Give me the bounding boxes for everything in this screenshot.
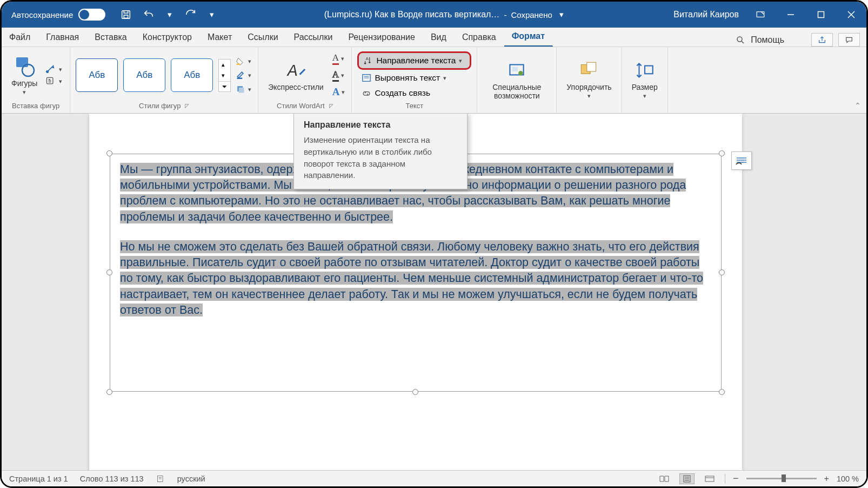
tab-file[interactable]: Файл: [2, 28, 38, 47]
group-wordart-label: Стили WordArt: [277, 102, 325, 110]
redo-icon[interactable]: [184, 8, 197, 21]
shape-style-3[interactable]: Абв: [171, 58, 213, 92]
tab-review[interactable]: Рецензирование: [340, 28, 423, 47]
link-icon: [362, 88, 371, 98]
save-state-dropdown-icon[interactable]: ▾: [557, 10, 566, 19]
ribbon-display-options-icon[interactable]: [745, 2, 776, 28]
tooltip: Направление текста Изменение ориентации …: [293, 114, 468, 189]
shape-style-2[interactable]: Абв: [123, 58, 165, 92]
shape-style-1[interactable]: Абв: [76, 58, 118, 92]
autosave-toggle[interactable]: [78, 9, 105, 21]
svg-text:A: A: [286, 62, 298, 79]
tab-design[interactable]: Конструктор: [135, 28, 200, 47]
save-icon[interactable]: [119, 8, 132, 21]
text-fill-button[interactable]: A▾: [331, 51, 346, 66]
tell-me-label[interactable]: Помощь: [751, 35, 784, 45]
svg-rect-22: [645, 66, 653, 74]
resize-handle[interactable]: [106, 389, 112, 395]
shape-fill-outline-effects: ▾ ▾ ▾: [234, 55, 252, 95]
svg-rect-2: [757, 12, 764, 17]
resize-handle[interactable]: [412, 389, 418, 395]
shape-style-gallery[interactable]: Абв Абв Абв ▴▾⏷: [76, 58, 231, 92]
text-outline-button[interactable]: A▾: [331, 68, 346, 83]
search-icon[interactable]: [736, 35, 745, 45]
layout-options-button[interactable]: [731, 151, 752, 170]
size-label: Размер: [632, 83, 658, 91]
shape-outline-button[interactable]: ▾: [234, 69, 252, 81]
zoom-slider[interactable]: [746, 478, 817, 479]
align-text-button[interactable]: Выровнять текст ▾: [357, 71, 471, 85]
web-layout-button[interactable]: [702, 473, 717, 484]
svg-rect-25: [705, 476, 714, 482]
shapes-label: Фигуры: [11, 79, 37, 88]
comments-button[interactable]: [838, 33, 860, 47]
resize-handle[interactable]: [719, 389, 725, 395]
wordart-launcher-icon[interactable]: ◸: [329, 103, 333, 109]
text-direction-icon: A: [363, 55, 373, 66]
maximize-button[interactable]: [806, 2, 836, 28]
create-link-button[interactable]: Создать связь: [357, 86, 471, 100]
zoom-out-button[interactable]: −: [733, 473, 739, 484]
tab-references[interactable]: Ссылки: [240, 28, 286, 47]
document-title: (Lumpics.ru) Как в Ворде писать вертикал…: [324, 10, 500, 19]
create-link-label: Создать связь: [375, 88, 430, 98]
tab-view[interactable]: Вид: [423, 28, 455, 47]
svg-rect-4: [818, 12, 824, 18]
text-effects-button[interactable]: A▾: [331, 85, 346, 99]
textbox-content[interactable]: Мы — группа энтузиастов, одержимых идеей…: [110, 154, 722, 392]
close-button[interactable]: [836, 2, 866, 28]
shape-fill-button[interactable]: ▾: [234, 55, 252, 67]
tab-insert[interactable]: Вставка: [87, 28, 135, 47]
group-shape-styles-label: Стили фигур: [139, 102, 181, 110]
document-area: Мы — группа энтузиастов, одержимых идеей…: [2, 114, 866, 470]
svg-point-19: [518, 71, 523, 75]
svg-rect-1: [124, 15, 128, 18]
textbox-selection[interactable]: Мы — группа энтузиастов, одержимых идеей…: [110, 154, 722, 392]
resize-handle[interactable]: [719, 150, 725, 156]
tab-format[interactable]: Формат: [504, 27, 553, 47]
size-button[interactable]: Размер ▾: [627, 57, 662, 102]
shape-effects-button[interactable]: ▾: [234, 83, 252, 95]
tab-layout[interactable]: Макет: [200, 28, 240, 47]
svg-text:A: A: [366, 56, 369, 61]
share-button[interactable]: [811, 33, 833, 47]
svg-rect-0: [122, 11, 130, 19]
arrange-button[interactable]: Упорядочить ▾: [562, 57, 616, 102]
resize-handle[interactable]: [719, 269, 725, 275]
proofing-icon[interactable]: [156, 474, 165, 483]
shapes-button[interactable]: Фигуры ▾: [7, 53, 42, 98]
accessibility-button[interactable]: Специальные возможности: [483, 57, 551, 102]
qat-customize-icon[interactable]: ▾: [207, 10, 217, 19]
minimize-button[interactable]: [776, 2, 806, 28]
ribbon-tabs: Файл Главная Вставка Конструктор Макет С…: [2, 28, 866, 47]
autosave-label: Автосохранение: [11, 10, 73, 19]
svg-rect-18: [512, 67, 518, 71]
tab-home[interactable]: Главная: [38, 28, 87, 47]
word-count-status[interactable]: Слово 113 из 113: [80, 474, 144, 483]
quick-styles-label: Экспресс-стили: [268, 83, 323, 91]
paragraph-2: Но мы не сможем это сделать без Вашей об…: [120, 240, 703, 316]
svg-point-7: [737, 37, 742, 42]
resize-handle[interactable]: [106, 150, 112, 156]
quick-styles-button[interactable]: A Экспресс-стили: [264, 57, 328, 94]
print-layout-button[interactable]: [679, 473, 695, 484]
accessibility-label: Специальные возможности: [487, 83, 546, 100]
resize-handle[interactable]: [106, 269, 112, 275]
undo-icon[interactable]: [142, 8, 155, 21]
collapse-ribbon-icon[interactable]: ⌃: [854, 101, 861, 110]
tab-help[interactable]: Справка: [455, 28, 504, 47]
read-mode-button[interactable]: [657, 473, 672, 484]
undo-dropdown-icon[interactable]: ▾: [165, 10, 175, 19]
shape-styles-launcher-icon[interactable]: ◸: [185, 103, 189, 109]
user-name[interactable]: Виталий Каиров: [673, 10, 739, 19]
language-status[interactable]: русский: [177, 474, 205, 483]
svg-point-9: [22, 64, 34, 76]
tooltip-title: Направление текста: [304, 120, 457, 130]
zoom-level[interactable]: 100 %: [837, 474, 859, 483]
tab-mailings[interactable]: Рассылки: [286, 28, 341, 47]
page-number-status[interactable]: Страница 1 из 1: [9, 474, 68, 483]
ribbon: Фигуры ▾ ▾ ▾ Вставка фигур Абв Абв Абв ▴…: [2, 47, 866, 114]
edit-shape-tools[interactable]: ▾ ▾: [45, 64, 64, 86]
text-direction-button[interactable]: A Направление текста ▾: [357, 51, 471, 70]
zoom-in-button[interactable]: +: [824, 474, 829, 484]
